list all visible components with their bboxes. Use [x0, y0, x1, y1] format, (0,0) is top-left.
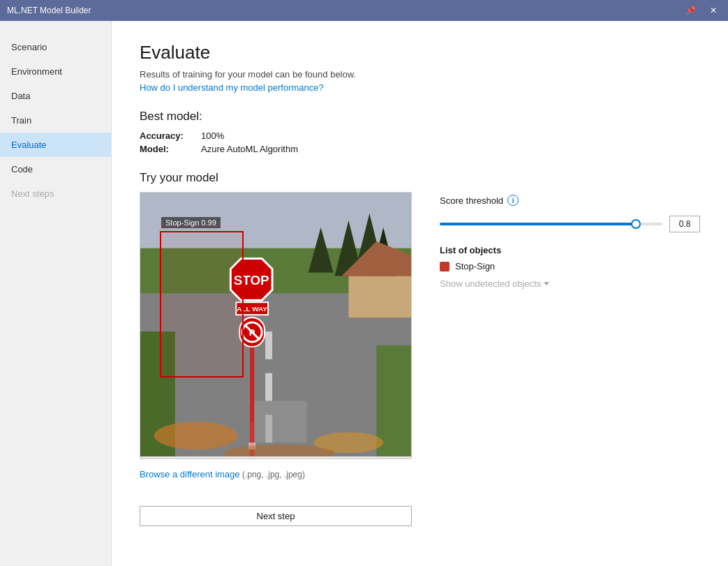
slider-wrapper: 0.8 [440, 216, 700, 232]
object-name: Stop-Sign [455, 261, 495, 271]
sidebar: Scenario Environment Data Train Evaluate… [0, 21, 112, 566]
range-container [440, 217, 662, 231]
svg-rect-8 [265, 373, 272, 401]
try-model-section: STOP ALL WAY P [140, 192, 700, 526]
detection-bounding-box: Stop-Sign 0.99 [160, 231, 244, 378]
accuracy-row: Accuracy: 100% [140, 131, 700, 141]
best-model-title: Best model: [140, 110, 700, 124]
detection-label: Stop-Sign 0.99 [161, 217, 221, 228]
model-row: Model: Azure AutoML Algorithm [140, 144, 700, 154]
score-threshold-label: Score threshold [440, 195, 503, 206]
show-undetected-toggle[interactable]: Show undetected objects [440, 278, 700, 289]
next-step-button[interactable]: Next step [140, 506, 412, 526]
browse-image-link[interactable]: Browse a different image [140, 469, 240, 479]
sidebar-item-evaluate[interactable]: Evaluate [0, 133, 111, 157]
close-button[interactable]: ✕ [706, 4, 721, 17]
svg-rect-11 [348, 276, 411, 318]
slider-thumb [631, 219, 641, 229]
model-value: Azure AutoML Algorithm [201, 144, 298, 154]
svg-rect-7 [265, 332, 272, 359]
best-model-section: Best model: Accuracy: 100% Model: Azure … [140, 110, 700, 154]
show-undetected-label: Show undetected objects [440, 278, 541, 289]
info-icon[interactable]: i [507, 195, 519, 206]
slider-value: 0.8 [669, 216, 700, 232]
sidebar-item-code[interactable]: Code [0, 157, 111, 181]
title-bar: ML.NET Model Builder 📌 ✕ [0, 0, 728, 21]
page-title: Evaluate [140, 42, 700, 64]
browse-link-row: Browse a different image (.png, .jpg, .j… [140, 469, 412, 479]
pin-button[interactable]: 📌 [681, 4, 700, 17]
browse-ext: (.png, .jpg, .jpeg) [242, 470, 305, 479]
svg-point-30 [154, 422, 237, 449]
subtitle: Results of training for your model can b… [140, 69, 700, 80]
list-objects-title: List of objects [440, 245, 700, 255]
sidebar-item-train[interactable]: Train [0, 108, 111, 133]
sidebar-item-environment[interactable]: Environment [0, 59, 111, 84]
image-area-wrapper: STOP ALL WAY P [140, 192, 412, 526]
title-bar-title: ML.NET Model Builder [7, 6, 676, 15]
accuracy-label: Accuracy: [140, 131, 195, 141]
right-panel: Score threshold i 0.8 List of objects [440, 192, 700, 289]
try-model-title: Try your model [140, 171, 700, 185]
app-container: Scenario Environment Data Train Evaluate… [0, 21, 728, 566]
accuracy-value: 100% [201, 131, 224, 141]
svg-rect-10 [251, 401, 307, 442]
object-item-stop-sign: Stop-Sign [440, 261, 700, 271]
image-container: STOP ALL WAY P [140, 192, 412, 459]
sidebar-item-scenario[interactable]: Scenario [0, 35, 111, 59]
chevron-down-icon [544, 282, 549, 285]
object-color-swatch [440, 262, 450, 271]
sidebar-item-data[interactable]: Data [0, 84, 111, 108]
score-threshold-row: Score threshold i [440, 195, 700, 206]
main-content: Evaluate Results of training for your mo… [112, 21, 728, 566]
help-link[interactable]: How do I understand my model performance… [140, 82, 324, 93]
sidebar-item-next-steps: Next steps [0, 181, 111, 206]
model-label: Model: [140, 144, 195, 154]
